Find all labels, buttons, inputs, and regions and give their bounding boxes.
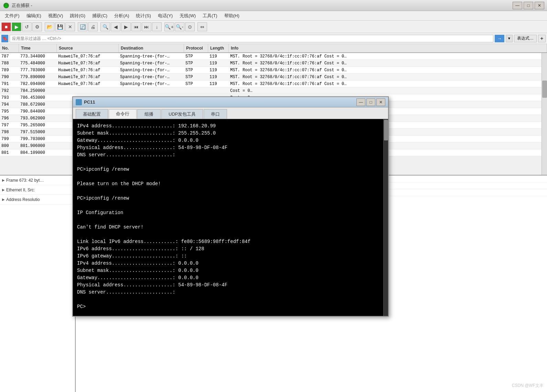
tab-serial[interactable]: 串口 bbox=[204, 109, 227, 119]
wireshark-icon bbox=[3, 2, 10, 9]
pc11-title: PC11 bbox=[84, 99, 356, 105]
col-header-info: Info bbox=[229, 44, 547, 52]
next-btn[interactable]: ▶ bbox=[121, 22, 131, 31]
reload-btn[interactable]: 🔄 bbox=[78, 22, 87, 31]
terminal-line: Please turn on the DHCP mode! bbox=[77, 180, 384, 188]
cell-proto: STP bbox=[184, 67, 208, 73]
options-btn[interactable]: ⚙ bbox=[32, 22, 42, 31]
close-capture-btn[interactable]: ✕ bbox=[65, 22, 75, 31]
table-row[interactable]: 791 782.094000 HuaweiTe_07:76:af Spannin… bbox=[0, 81, 547, 87]
cell-proto: STP bbox=[184, 60, 208, 66]
cell-src: HuaweiTe_07:76:af bbox=[57, 74, 119, 80]
pc11-close-btn[interactable]: ✕ bbox=[376, 98, 385, 106]
zoom-out-btn[interactable]: 🔍- bbox=[175, 22, 184, 31]
tab-command-line[interactable]: 命令行 bbox=[109, 109, 137, 119]
menu-jump[interactable]: 跳转(G) bbox=[66, 12, 89, 20]
start-capture-btn[interactable]: ▶ bbox=[12, 22, 21, 31]
menu-file[interactable]: 文件(F) bbox=[1, 12, 23, 20]
cell-no: 791 bbox=[0, 81, 19, 87]
cell-no: 795 bbox=[0, 108, 19, 115]
terminal-line: PC>ipconfig /renew bbox=[77, 195, 384, 202]
menu-wireless[interactable]: 无线(W) bbox=[176, 12, 199, 20]
scrollbar-thumb[interactable] bbox=[384, 120, 388, 140]
filter-input[interactable] bbox=[10, 35, 493, 42]
detail-arp-label: Address Resolutio bbox=[6, 197, 40, 202]
cell-time: 793.062000 bbox=[19, 115, 57, 121]
pc11-minimize-btn[interactable]: — bbox=[356, 98, 365, 106]
menu-analyze[interactable]: 分析(A) bbox=[111, 12, 132, 20]
print-btn[interactable]: 🖨 bbox=[88, 22, 98, 31]
open-btn[interactable]: 📂 bbox=[45, 22, 54, 31]
terminal-line: IP Configuration bbox=[77, 209, 384, 216]
stop-capture-btn[interactable]: ■ bbox=[1, 22, 11, 31]
tab-udp-tool[interactable]: UDP发包工具 bbox=[161, 109, 203, 119]
zoom-in-btn[interactable]: 🔍+ bbox=[164, 22, 174, 31]
go-last-btn[interactable]: ⏭ bbox=[142, 22, 151, 31]
zoom-reset-btn[interactable]: ⊙ bbox=[185, 22, 195, 31]
restart-btn[interactable]: ↺ bbox=[22, 22, 32, 31]
table-row[interactable]: 787 773.344000 HuaweiTe_07:76:af Spannin… bbox=[0, 53, 547, 60]
cell-proto bbox=[184, 87, 208, 94]
pc11-maximize-btn[interactable]: □ bbox=[366, 98, 375, 106]
table-row[interactable]: 789 777.703000 HuaweiTe_07:76:af Spannin… bbox=[0, 67, 547, 74]
terminal-line bbox=[77, 202, 384, 209]
table-row[interactable]: 790 779.890000 HuaweiTe_07:76:af Spannin… bbox=[0, 74, 547, 81]
terminal-line: IPv6 gateway......................: :: bbox=[77, 253, 384, 260]
toolbar: ■ ▶ ↺ ⚙ 📂 💾 ✕ 🔄 🖨 🔍 ◀ ▶ ⏮ ⏭ ↓ 🔍+ 🔍- ⊙ ⇔ bbox=[0, 21, 547, 33]
detail-ethernet[interactable]: ▶ Ethernet II, Src: bbox=[0, 185, 75, 195]
cell-proto: STP bbox=[184, 74, 208, 80]
go-to-btn[interactable]: ↓ bbox=[152, 22, 162, 31]
menu-tools[interactable]: 工具(T) bbox=[199, 12, 221, 20]
menu-bar: 文件(F) 编辑(E) 视图(V) 跳转(G) 捕获(C) 分析(A) 统计(S… bbox=[0, 11, 547, 21]
go-first-btn[interactable]: ⏮ bbox=[131, 22, 141, 31]
save-btn[interactable]: 💾 bbox=[55, 22, 65, 31]
col-header-length: Length bbox=[208, 44, 229, 52]
cell-no: 793 bbox=[0, 94, 19, 101]
filter-expr-btn[interactable]: 表达式… bbox=[514, 35, 537, 42]
cell-no: 798 bbox=[0, 129, 19, 135]
menu-stats[interactable]: 统计(S) bbox=[132, 12, 154, 20]
filter-add-btn[interactable]: + bbox=[538, 35, 546, 42]
cell-time: 784.250000 bbox=[19, 87, 57, 94]
cell-time: 779.890000 bbox=[19, 74, 57, 80]
maximize-button[interactable]: □ bbox=[524, 2, 533, 9]
pc11-icon bbox=[76, 99, 82, 105]
detail-arp[interactable]: ▶ Address Resolutio bbox=[0, 195, 75, 204]
col-header-time: Time bbox=[19, 44, 57, 52]
terminal-line bbox=[77, 231, 384, 238]
pc11-terminal[interactable]: IPv4 address.....................: 192.1… bbox=[73, 119, 388, 316]
tab-multicast[interactable]: 组播 bbox=[137, 109, 161, 119]
cell-src bbox=[57, 87, 119, 94]
minimize-button[interactable]: — bbox=[513, 2, 522, 9]
resize-col-btn[interactable]: ⇔ bbox=[197, 22, 207, 31]
cell-len: 119 bbox=[208, 53, 229, 60]
menu-edit[interactable]: 编辑(E) bbox=[23, 12, 45, 20]
table-row[interactable]: 792 784.250000 Cost = 0… bbox=[0, 87, 547, 94]
cell-dst: Spanning-tree-(for-… bbox=[119, 74, 184, 80]
terminal-line bbox=[77, 296, 384, 303]
menu-help[interactable]: 帮助(H) bbox=[221, 12, 243, 20]
packet-list-scrollbar[interactable] bbox=[541, 53, 547, 175]
terminal-line: DNS server.......................: bbox=[77, 151, 384, 159]
cell-no: 792 bbox=[0, 87, 19, 94]
cell-dst bbox=[119, 87, 184, 94]
menu-view[interactable]: 视图(V) bbox=[45, 12, 66, 20]
filter-apply-btn[interactable]: → bbox=[495, 35, 504, 42]
cell-src: HuaweiTe_07:76:af bbox=[57, 81, 119, 87]
pc11-tabs: 基础配置 命令行 组播 UDP发包工具 串口 bbox=[73, 107, 388, 119]
filter-dropdown-btn[interactable]: ▼ bbox=[506, 35, 513, 42]
detail-frame[interactable]: ▶ Frame 673: 42 byt… bbox=[0, 176, 75, 185]
close-button[interactable]: ✕ bbox=[535, 2, 544, 9]
tab-basic-config[interactable]: 基础配置 bbox=[76, 109, 108, 119]
terminal-line: DNS server.......................: bbox=[77, 289, 384, 296]
cell-info: Cost = 0… bbox=[229, 87, 547, 94]
terminal-line bbox=[77, 173, 384, 180]
prev-btn[interactable]: ◀ bbox=[111, 22, 120, 31]
find-btn[interactable]: 🔍 bbox=[100, 22, 110, 31]
pc11-terminal-scrollbar[interactable] bbox=[383, 119, 388, 316]
menu-capture[interactable]: 捕获(C) bbox=[89, 12, 111, 20]
terminal-line: Gateway..........................: 0.0.0… bbox=[77, 274, 384, 282]
table-row[interactable]: 788 775.484000 HuaweiTe_07:76:af Spannin… bbox=[0, 60, 547, 67]
menu-phone[interactable]: 电话(Y) bbox=[154, 12, 176, 20]
cell-time: 788.672000 bbox=[19, 101, 57, 108]
